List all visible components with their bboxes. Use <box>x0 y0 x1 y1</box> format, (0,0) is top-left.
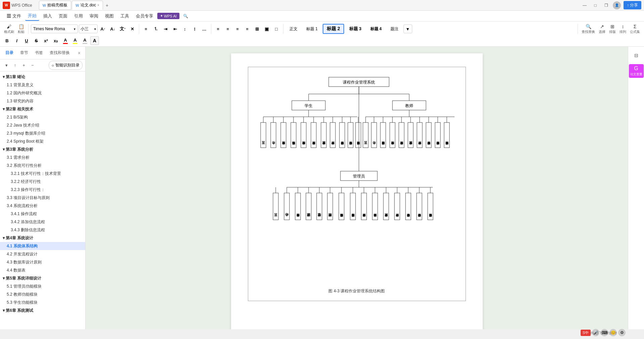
share-button[interactable]: ↑ 分享 <box>624 1 641 9</box>
border-button[interactable]: □ <box>272 25 281 33</box>
menu-view[interactable]: 视图 <box>102 12 116 20</box>
toc-add-button[interactable]: + <box>20 62 28 69</box>
toc-item-3-2-1[interactable]: 3.2.1 技术可行性：技术背景 <box>0 170 85 178</box>
sidebar-tab-chapter[interactable]: 章节 <box>17 49 31 57</box>
toc-item-4-4[interactable]: 4.4 数据表 <box>0 266 85 274</box>
format-brush-button[interactable]: 🖌 格式刷 <box>3 23 15 35</box>
align-justify-button[interactable]: ≡ <box>243 25 252 33</box>
template-tab[interactable]: W 拾稿壳模板 <box>39 1 71 10</box>
highlight-color-button[interactable]: A <box>71 36 79 45</box>
toc-up-button[interactable]: ↑ <box>11 62 19 69</box>
toc-item-4-3[interactable]: 4.3 数据库设计原则 <box>0 258 85 266</box>
indent-increase-button[interactable]: ⇥ <box>161 25 170 33</box>
menu-file[interactable]: ☰ 文件 <box>4 12 24 20</box>
indent-decrease-button[interactable]: ⇤ <box>171 25 179 33</box>
toc-item-ch5[interactable]: ▾ 第5章 系统详细设计 <box>0 274 85 282</box>
table-button[interactable]: ⊞ <box>253 25 261 33</box>
toc-item-3-4-2[interactable]: 3.4.2 添加信息流程 <box>0 218 85 226</box>
font-family-selector[interactable]: Times New Roma ▾ <box>31 25 78 33</box>
select-button[interactable]: ↗ 选择 <box>597 23 607 35</box>
menu-page[interactable]: 页面 <box>56 12 70 20</box>
ordered-list-button[interactable]: ⒈ <box>151 25 160 33</box>
paste-button[interactable]: 📋 粘贴 <box>16 23 26 35</box>
menu-start[interactable]: 开始 <box>25 11 39 21</box>
menu-reference[interactable]: 引用 <box>71 12 86 20</box>
sougou-btn[interactable]: S中 <box>581 330 591 336</box>
increase-font-button[interactable]: A↑ <box>99 25 107 33</box>
sidebar-tab-bookmark[interactable]: 书签 <box>32 49 46 57</box>
minimize-button[interactable]: — <box>581 1 589 9</box>
style-dropdown-icon[interactable]: ▾ <box>404 25 412 33</box>
clear-format-button[interactable]: ✕ <box>128 25 137 33</box>
font-color-button[interactable]: A <box>61 36 70 45</box>
right-panel-layout-button[interactable]: ⊟ <box>630 49 642 61</box>
toc-item-1-1[interactable]: 1.1 背景及意义 <box>0 81 85 89</box>
mic-button[interactable]: 🎤 <box>592 329 599 336</box>
shading-button[interactable]: ▣ <box>262 25 271 33</box>
sort-button[interactable]: ↕ 排列 <box>618 23 628 35</box>
toc-item-ch4[interactable]: ▾ 第4章 系统设计 <box>0 234 85 242</box>
smart-toc-button[interactable]: ○ 智能识别目录 <box>49 61 83 70</box>
toc-item-4-2[interactable]: 4.2 开发流程设计 <box>0 250 85 258</box>
style-heading3[interactable]: 标题 3 <box>345 24 365 34</box>
toc-item-ch6[interactable]: ▾ 第6章 系统测试 <box>0 306 85 314</box>
toc-item-3-1[interactable]: 3.1 需求分析 <box>0 153 85 161</box>
restore-button[interactable]: ❐ <box>602 1 610 9</box>
paper-check-button[interactable]: G 论文查重 <box>629 64 644 78</box>
settings-float-button[interactable]: ⚙ <box>618 329 626 336</box>
font-size-selector[interactable]: 小三 ▾ <box>79 25 98 33</box>
toc-item-ch2[interactable]: ▾ 第2章 相关技术 <box>0 105 85 113</box>
menu-review[interactable]: 审阅 <box>87 12 101 20</box>
char-shade-button[interactable]: A <box>90 36 99 45</box>
menu-insert[interactable]: 插入 <box>41 12 55 20</box>
user-avatar[interactable]: 👤 <box>613 1 621 9</box>
style-heading2[interactable]: 标题 2 <box>323 24 344 34</box>
document-area[interactable]: 课程作业管理系统 学生 教师 <box>86 47 628 329</box>
line-spacing-button[interactable]: ↕ <box>180 25 189 33</box>
style-footnote[interactable]: 题注 <box>387 25 402 34</box>
close-tab-icon[interactable]: × <box>97 3 99 7</box>
font-format-button[interactable]: 文⁺ <box>118 25 127 33</box>
add-tab-button[interactable]: + <box>104 2 110 9</box>
sidebar-tab-findreplace[interactable]: 查找和替换 <box>47 49 72 57</box>
emoji-button[interactable]: 😊 <box>609 329 617 336</box>
sidebar-tab-toc[interactable]: 目录 <box>3 49 16 57</box>
toc-collapse-button[interactable]: ▾ <box>3 62 10 69</box>
toc-item-2-3[interactable]: 2.3 mysql 数据库介绍 <box>0 129 85 137</box>
search-button[interactable]: 🔍 <box>182 12 190 20</box>
style-heading1[interactable]: 标题 1 <box>303 25 321 34</box>
subscript-button[interactable]: x₂ <box>51 36 60 45</box>
doc-tab[interactable]: W 论文.doc × <box>72 1 103 10</box>
toc-item-4-1[interactable]: 4.1 系统体系结构 <box>0 242 85 250</box>
toc-item-3-4-1[interactable]: 3.4.1 操作流程 <box>0 210 85 218</box>
wps-ai-button[interactable]: ✦ WPS AI <box>157 13 179 19</box>
toc-item-3-2-3[interactable]: 3.2.3 操作可行性： <box>0 186 85 194</box>
style-heading4[interactable]: 标题 4 <box>367 25 385 34</box>
menu-vip[interactable]: 会员专享 <box>133 12 156 20</box>
toc-item-5-1[interactable]: 5.1 管理员功能模块 <box>0 282 85 290</box>
toc-item-1-2[interactable]: 1.2 国内外研究概况 <box>0 89 85 97</box>
unordered-list-button[interactable]: ≡ <box>142 25 150 33</box>
toc-item-3-2-2[interactable]: 3.2.2 经济可行性 <box>0 178 85 186</box>
toc-item-2-2[interactable]: 2.2 Java 技术介绍 <box>0 121 85 129</box>
toc-item-3-3[interactable]: 3.3 项目设计目标与原则 <box>0 194 85 202</box>
toc-item-2-4[interactable]: 2.4 Spring Boot 框架 <box>0 137 85 145</box>
bold-button[interactable]: B <box>3 36 11 45</box>
toc-item-2-1[interactable]: 2.1 B/S架构 <box>0 113 85 121</box>
column-button[interactable]: ⫶ <box>190 25 199 33</box>
formula-button[interactable]: Σ 公式集 <box>629 23 641 35</box>
decrease-font-button[interactable]: A↓ <box>108 25 117 33</box>
extra-format-button[interactable]: … <box>200 25 209 33</box>
toc-item-3-4[interactable]: 3.4 系统流程分析 <box>0 202 85 210</box>
toc-item-ch1[interactable]: ▾ 第1章 绪论 <box>0 73 85 81</box>
style-normal[interactable]: 正文 <box>286 25 301 34</box>
toc-item-ch3[interactable]: ▾ 第3章 系统分析 <box>0 145 85 153</box>
toc-item-3-2[interactable]: 3.2 系统可行性分析 <box>0 161 85 170</box>
char-border-button[interactable]: A <box>80 36 89 45</box>
toc-delete-button[interactable]: − <box>29 62 36 69</box>
italic-button[interactable]: I <box>12 36 21 45</box>
menu-tools[interactable]: 工具 <box>118 12 132 20</box>
maximize-button[interactable]: □ <box>591 1 599 9</box>
toc-item-5-3[interactable]: 5.3 学生功能模块 <box>0 298 85 306</box>
toc-item-1-3[interactable]: 1.3 研究的内容 <box>0 97 85 105</box>
